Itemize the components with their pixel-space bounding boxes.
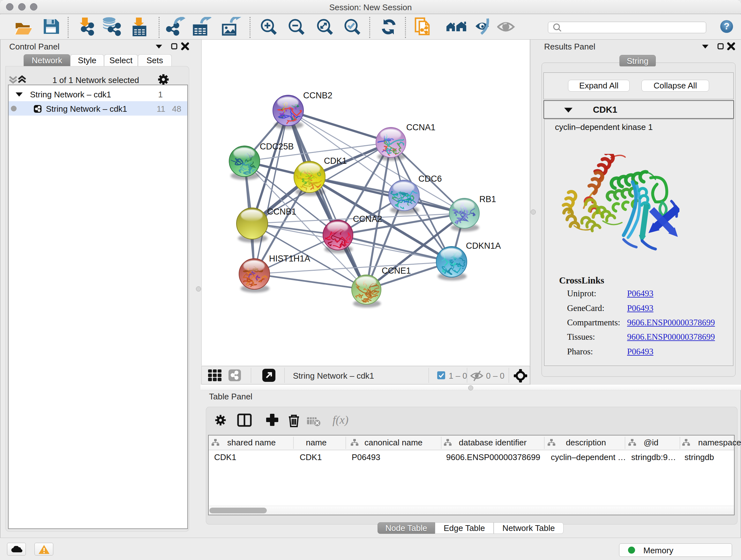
svg-text:CDK1: CDK1 (324, 156, 347, 166)
svg-text:CCNE1: CCNE1 (382, 266, 411, 275)
svg-text:CCNB1: CCNB1 (267, 207, 296, 216)
svg-text:CDC6: CDC6 (418, 174, 442, 184)
svg-text:CDKN1A: CDKN1A (466, 241, 501, 251)
svg-text:HIST1H1A: HIST1H1A (269, 254, 310, 263)
svg-text:CCNB2: CCNB2 (303, 91, 333, 100)
svg-text:RB1: RB1 (479, 194, 496, 204)
svg-text:CCNA1: CCNA1 (406, 123, 435, 132)
svg-text:CDC25B: CDC25B (260, 142, 294, 151)
svg-text:CCNA2: CCNA2 (353, 214, 382, 224)
svg-text:?: ? (724, 21, 730, 31)
